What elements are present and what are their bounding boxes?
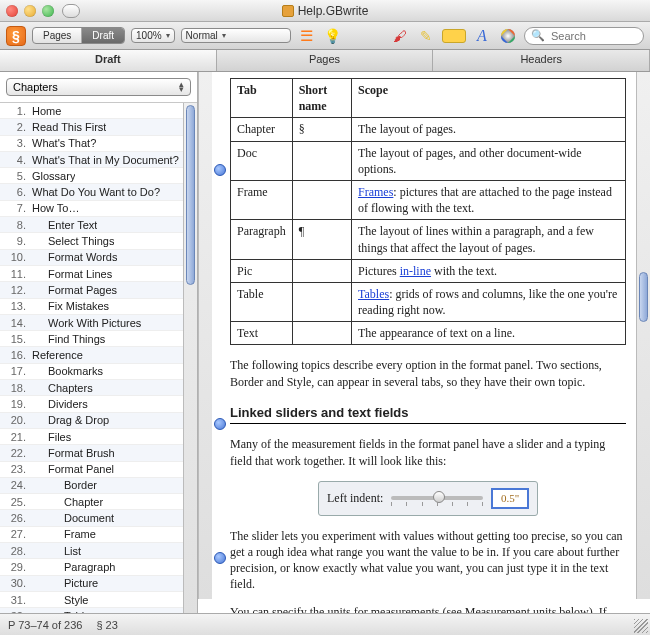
chapters-list: 1.Home2.Read This First3.What's That?4.W… — [0, 102, 197, 613]
search-field[interactable]: 🔍 — [524, 27, 644, 45]
sidebar-item-label: Format Pages — [32, 284, 117, 296]
sidebar-item-number: 14. — [6, 317, 32, 329]
resize-grip-icon[interactable] — [634, 619, 648, 633]
sidebar-item-label: How To… — [32, 202, 79, 214]
cell-tab: Paragraph — [231, 220, 293, 259]
link[interactable]: in-line — [400, 264, 431, 278]
view-draft-button[interactable]: Draft — [82, 28, 124, 43]
table-row: TextThe appearance of text on a line. — [231, 322, 626, 345]
sidebar-item[interactable]: 31.Style — [0, 592, 197, 608]
sidebar-item[interactable]: 8.Enter Text — [0, 217, 197, 233]
sidebar-item[interactable]: 13.Fix Mistakes — [0, 299, 197, 315]
link[interactable]: Frames — [358, 185, 393, 199]
sidebar-item[interactable]: 24.Border — [0, 478, 197, 494]
body-paragraph: The slider lets you experiment with valu… — [230, 528, 626, 593]
cell-short: § — [292, 118, 351, 141]
sidebar-item[interactable]: 23.Format Panel — [0, 462, 197, 478]
view-mode-segment[interactable]: Pages Draft — [32, 27, 125, 44]
cell-scope: The appearance of text on a line. — [352, 322, 626, 345]
sidebar-item[interactable]: 6.What Do You Want to Do? — [0, 184, 197, 200]
sidebar-item[interactable]: 11.Format Lines — [0, 266, 197, 282]
sidebar-item-number: 11. — [6, 268, 32, 280]
status-bar: P 73–74 of 236 § 23 — [0, 613, 650, 635]
cell-short — [292, 322, 351, 345]
scrollbar-thumb[interactable] — [186, 105, 195, 285]
sidebar-item[interactable]: 17.Bookmarks — [0, 364, 197, 380]
sidebar-item-number: 28. — [6, 545, 32, 557]
zoom-combo[interactable]: 100% ▾ — [131, 28, 175, 43]
slider-value-field[interactable]: 0.5" — [491, 488, 529, 509]
content-vertical-scrollbar[interactable] — [636, 72, 650, 599]
font-style-icon[interactable]: A — [472, 27, 492, 45]
sidebar-item[interactable]: 9.Select Things — [0, 233, 197, 249]
sidebar-item-label: Read This First — [32, 121, 106, 133]
tab-headers[interactable]: Headers — [433, 50, 650, 71]
search-icon: 🔍 — [531, 29, 545, 42]
cell-scope: Tables: grids of rows and columns, like … — [352, 282, 626, 321]
sidebar-item-label: Bookmarks — [32, 365, 103, 377]
document-icon — [282, 5, 294, 17]
sidebar-item[interactable]: 3.What's That? — [0, 136, 197, 152]
style-combo[interactable]: Normal ▾ — [181, 28, 291, 43]
app-logo-icon[interactable]: § — [6, 26, 26, 46]
info-icon[interactable] — [214, 552, 226, 564]
sidebar-item[interactable]: 14.Work With Pictures — [0, 315, 197, 331]
sidebar-item-label: Glossary — [32, 170, 75, 182]
sidebar-item[interactable]: 7.How To… — [0, 201, 197, 217]
sidebar-item[interactable]: 1.Home — [0, 103, 197, 119]
tab-draft[interactable]: Draft — [0, 50, 217, 71]
sidebar-item[interactable]: 22.Format Brush — [0, 445, 197, 461]
sidebar-item[interactable]: 12.Format Pages — [0, 282, 197, 298]
sidebar-item-number: 1. — [6, 105, 32, 117]
sidebar-item[interactable]: 26.Document — [0, 510, 197, 526]
sidebar-item[interactable]: 18.Chapters — [0, 380, 197, 396]
bullet-list-icon[interactable]: ☰ — [297, 27, 317, 45]
sidebar-item[interactable]: 2.Read This First — [0, 119, 197, 135]
sidebar-item[interactable]: 25.Chapter — [0, 494, 197, 510]
cell-scope: Pictures in-line with the text. — [352, 259, 626, 282]
sidebar-item[interactable]: 4.What's That in My Document? — [0, 152, 197, 168]
link[interactable]: Tables — [358, 287, 389, 301]
th-scope: Scope — [352, 79, 626, 118]
document-content[interactable]: Tab Short name Scope Chapter§The layout … — [212, 72, 636, 613]
sidebar-item-label: Border — [32, 479, 97, 491]
color-wheel-icon[interactable] — [498, 27, 518, 45]
sidebar-item[interactable]: 10.Format Words — [0, 250, 197, 266]
highlight-color-icon[interactable] — [442, 29, 466, 43]
highlighter-icon[interactable]: ✎ — [416, 27, 436, 45]
format-brush-icon[interactable]: 🖌 — [390, 27, 410, 45]
view-pages-button[interactable]: Pages — [33, 28, 82, 43]
sidebar-item[interactable]: 21.Files — [0, 429, 197, 445]
tab-pages[interactable]: Pages — [217, 50, 434, 71]
slider-track[interactable] — [391, 496, 483, 500]
sidebar-item-label: What's That? — [32, 137, 96, 149]
document-pane: Tab Short name Scope Chapter§The layout … — [198, 72, 650, 613]
cell-tab: Text — [231, 322, 293, 345]
sidebar-item[interactable]: 20.Drag & Drop — [0, 413, 197, 429]
sidebar-item-number: 8. — [6, 219, 32, 231]
sidebar-item[interactable]: 5.Glossary — [0, 168, 197, 184]
sidebar-item-number: 23. — [6, 463, 32, 475]
sidebar-item[interactable]: 27.Frame — [0, 527, 197, 543]
sidebar-item[interactable]: 19.Dividers — [0, 396, 197, 412]
window-title: Help.GBwrite — [298, 4, 369, 18]
chevron-down-icon: ▾ — [222, 31, 226, 40]
sidebar-item[interactable]: 28.List — [0, 543, 197, 559]
scrollbar-thumb[interactable] — [639, 272, 648, 322]
info-icon[interactable] — [214, 164, 226, 176]
body-paragraph: Many of the measurement fields in the fo… — [230, 436, 626, 468]
sidebar-item[interactable]: 16.Reference — [0, 347, 197, 363]
toolbar: § Pages Draft 100% ▾ Normal ▾ ☰ 💡 🖌 ✎ A … — [0, 22, 650, 50]
search-input[interactable] — [549, 29, 637, 43]
lightbulb-icon[interactable]: 💡 — [323, 27, 343, 45]
sidebar-item-label: Chapter — [32, 496, 103, 508]
content-left-gutter — [198, 72, 212, 599]
sidebar-item[interactable]: 29.Paragraph — [0, 559, 197, 575]
sidebar-item-label: Chapters — [32, 382, 93, 394]
sidebar-item[interactable]: 30.Picture — [0, 576, 197, 592]
sidebar-item-label: Format Lines — [32, 268, 112, 280]
sidebar-selector[interactable]: Chapters ▴▾ — [6, 78, 191, 96]
sidebar-scrollbar[interactable] — [183, 103, 197, 613]
sidebar-item[interactable]: 15.Find Things — [0, 331, 197, 347]
info-icon[interactable] — [214, 418, 226, 430]
